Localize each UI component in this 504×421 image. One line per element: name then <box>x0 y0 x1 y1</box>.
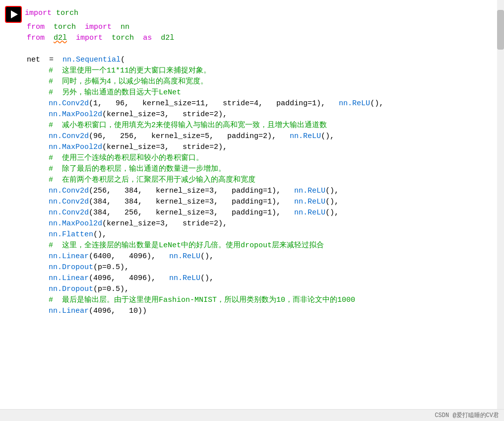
scrollbar[interactable] <box>497 0 504 409</box>
comment-line-1: # 这里使用一个11*11的更大窗口来捕捉对象。 <box>5 66 504 76</box>
maxpool-2: nn.MaxPool2d <box>49 142 102 153</box>
import-keyword-2: import <box>85 22 112 33</box>
conv1-line: nn.Conv2d(1, 96, kernel_size=11, stride=… <box>5 98 504 109</box>
conv4-line: nn.Conv2d(384, 384, kernel_size=3, paddi… <box>5 197 504 208</box>
conv2d-5: nn.Conv2d <box>49 208 89 218</box>
maxpool-1: nn.MaxPool2d <box>49 109 102 120</box>
conv2d-1: nn.Conv2d <box>49 98 89 109</box>
net-var: net <box>27 55 40 66</box>
import-keyword: import <box>25 5 52 22</box>
code-line-blank <box>5 44 504 55</box>
conv2d-4: nn.Conv2d <box>49 197 89 208</box>
comment-line-9: # 最后是输出层。由于这里使用Fashion-MNIST，所以用类别数为10，而… <box>5 295 504 306</box>
run-button[interactable] <box>5 6 22 23</box>
code-line-1: import torch <box>5 5 504 22</box>
comment-line-6: # 除了最后的卷积层，输出通道的数量进一步增加。 <box>5 164 504 175</box>
dropout-2: nn.Dropout <box>49 284 93 295</box>
comment-4: # 减小卷积窗口，使用填充为2来使得输入与输出的高和宽一致，且增大输出通道数 <box>49 120 327 131</box>
comment-5: # 使用三个连续的卷积层和较小的卷积窗口。 <box>49 153 203 164</box>
comment-6: # 除了最后的卷积层，输出通道的数量进一步增加。 <box>49 164 226 175</box>
comment-9: # 最后是输出层。由于这里使用Fashion-MNIST，所以用类别数为10，而… <box>49 295 355 306</box>
conv2-line: nn.Conv2d(96, 256, kernel_size=5, paddin… <box>5 131 504 142</box>
play-icon <box>11 10 18 18</box>
relu-5: nn.ReLU <box>294 208 325 218</box>
d2l-alias: d2l <box>161 33 174 44</box>
linear-3: nn.Linear <box>49 306 89 317</box>
comment-8: # 这里，全连接层的输出数量是LeNet中的好几倍。使用dropout层来减轻过… <box>49 240 324 251</box>
relu-1: nn.ReLU <box>339 98 370 109</box>
dropout-1: nn.Dropout <box>49 262 93 273</box>
comment-7: # 在前两个卷积层之后，汇聚层不用于减少输入的高度和宽度 <box>49 175 255 186</box>
comment-line-5: # 使用三个连续的卷积层和较小的卷积窗口。 <box>5 153 504 164</box>
comment-3: # 另外，输出通道的数目远大于LeNet <box>49 87 181 98</box>
pool1-line: nn.MaxPool2d(kernel_size=3, stride=2), <box>5 109 504 120</box>
bottom-bar: CSDN @爱打瞌睡的CV君 <box>0 409 504 421</box>
from-keyword-1: from <box>27 22 45 33</box>
import-keyword-3: import <box>76 33 103 44</box>
as-keyword: as <box>143 33 152 44</box>
linear-1: nn.Linear <box>49 251 89 262</box>
relu-3: nn.ReLU <box>294 186 325 197</box>
d2l-lib: d2l <box>54 33 67 44</box>
code-line-2: from torch import nn <box>5 22 504 33</box>
attribution-text: CSDN @爱打瞌睡的CV君 <box>435 411 499 420</box>
linear-2: nn.Linear <box>49 273 89 284</box>
from-keyword-2: from <box>27 33 45 44</box>
relu-6: nn.ReLU <box>169 251 200 262</box>
flatten-func: nn.Flatten <box>49 229 93 240</box>
nn-lib: nn <box>121 22 129 33</box>
dropout1-line: nn.Dropout(p=0.5), <box>5 262 504 273</box>
scrollbar-thumb[interactable] <box>497 10 504 50</box>
sequential-func: nn.Sequential <box>63 55 121 66</box>
comment-line-4: # 减小卷积窗口，使用填充为2来使得输入与输出的高和宽一致，且增大输出通道数 <box>5 120 504 131</box>
pool3-line: nn.MaxPool2d(kernel_size=3, stride=2), <box>5 218 504 229</box>
flatten-line: nn.Flatten(), <box>5 229 504 240</box>
comment-1: # 这里使用一个11*11的更大窗口来捕捉对象。 <box>49 66 211 76</box>
relu-4: nn.ReLU <box>294 197 325 208</box>
torch-lib: torch <box>56 5 78 22</box>
comment-2: # 同时，步幅为4，以减少输出的高度和宽度。 <box>49 76 208 87</box>
dropout2-line: nn.Dropout(p=0.5), <box>5 284 504 295</box>
pool2-line: nn.MaxPool2d(kernel_size=3, stride=2), <box>5 142 504 153</box>
maxpool-3: nn.MaxPool2d <box>49 218 102 229</box>
linear1-line: nn.Linear(6400, 4096), nn.ReLU(), <box>5 251 504 262</box>
torch-lib-2: torch <box>54 22 76 33</box>
torch-lib-3: torch <box>112 33 134 44</box>
conv5-line: nn.Conv2d(384, 256, kernel_size=3, paddi… <box>5 208 504 218</box>
linear3-line: nn.Linear(4096, 10)) <box>5 306 504 317</box>
conv3-line: nn.Conv2d(256, 384, kernel_size=3, paddi… <box>5 186 504 197</box>
comment-line-7: # 在前两个卷积层之后，汇聚层不用于减少输入的高度和宽度 <box>5 175 504 186</box>
linear2-line: nn.Linear(4096, 4096), nn.ReLU(), <box>5 273 504 284</box>
comment-line-2: # 同时，步幅为4，以减少输出的高度和宽度。 <box>5 76 504 87</box>
code-line-3: from d2l import torch as d2l <box>5 33 504 44</box>
comment-line-3: # 另外，输出通道的数目远大于LeNet <box>5 87 504 98</box>
relu-7: nn.ReLU <box>169 273 200 284</box>
relu-2: nn.ReLU <box>290 131 321 142</box>
code-line-net: net = nn.Sequential( <box>5 55 504 66</box>
editor-container: import torch from torch import nn from d… <box>0 0 504 421</box>
conv2d-3: nn.Conv2d <box>49 186 89 197</box>
conv2d-2: nn.Conv2d <box>49 131 89 142</box>
comment-line-8: # 这里，全连接层的输出数量是LeNet中的好几倍。使用dropout层来减轻过… <box>5 240 504 251</box>
code-area: import torch from torch import nn from d… <box>0 0 504 409</box>
